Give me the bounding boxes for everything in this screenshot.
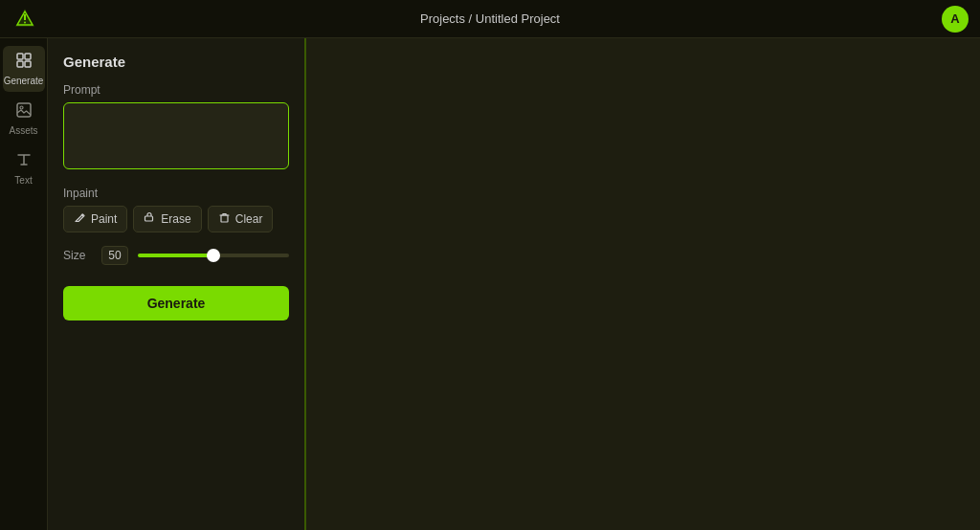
inpaint-buttons: Paint Erase [63,206,289,232]
erase-icon [144,211,156,227]
panel-title: Generate [63,54,289,70]
svg-rect-8 [17,103,31,117]
text-icon [15,151,33,173]
svg-rect-4 [17,54,23,59]
size-label: Size [63,249,92,262]
size-slider[interactable] [138,254,289,257]
icon-sidebar: Generate Assets Text [0,38,48,530]
panel: Generate Prompt Inpaint Paint [48,38,306,530]
paint-icon [74,211,86,227]
sidebar-item-text[interactable]: Text [3,145,45,191]
assets-icon [15,101,33,123]
app-logo [11,6,38,33]
svg-rect-5 [25,54,31,59]
user-avatar[interactable]: A [942,6,969,33]
clear-icon [218,211,231,227]
sidebar-item-generate-label: Generate [4,76,44,86]
prompt-label: Prompt [63,83,289,97]
sidebar-item-assets[interactable]: Assets [3,96,45,142]
paint-button[interactable]: Paint [63,206,127,232]
prompt-section: Prompt [63,83,289,173]
erase-button[interactable]: Erase [133,206,201,232]
generate-button[interactable]: Generate [63,286,289,320]
prompt-input[interactable] [63,102,289,169]
topbar: Projects / Untitled Project A [0,0,980,38]
size-value: 50 [101,246,128,265]
breadcrumb: Projects / Untitled Project [420,11,560,26]
size-section: Size 50 [63,246,289,265]
svg-rect-11 [221,215,228,222]
svg-rect-6 [17,61,23,67]
canvas-area[interactable] [306,38,980,530]
sidebar-item-generate[interactable]: Generate [3,46,45,92]
sidebar-item-text-label: Text [14,175,32,186]
svg-rect-7 [25,61,31,67]
clear-button[interactable]: Clear [208,206,274,232]
generate-icon [15,52,33,74]
svg-point-3 [24,21,26,23]
svg-rect-10 [145,216,153,221]
svg-point-9 [20,106,23,109]
sidebar-item-assets-label: Assets [9,125,37,136]
inpaint-label: Inpaint [63,187,289,200]
main-layout: Generate Assets Text Generate [0,38,980,530]
inpaint-section: Inpaint Paint [63,187,289,232]
